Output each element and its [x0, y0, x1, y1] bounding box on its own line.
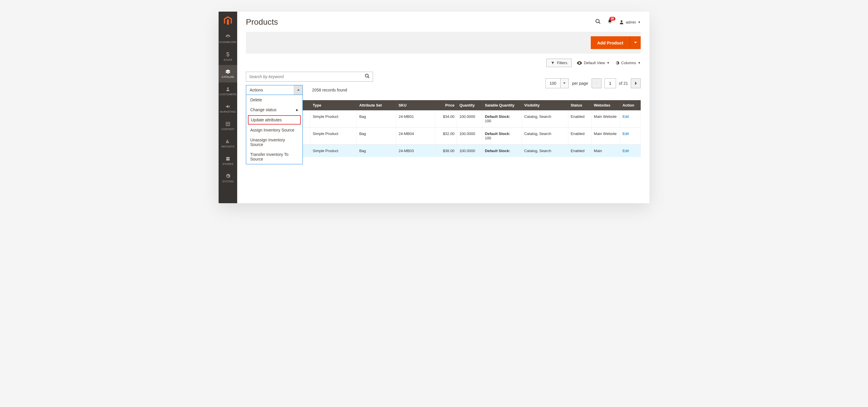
chevron-down-icon	[634, 41, 637, 44]
eye-icon	[577, 61, 582, 65]
page-input[interactable]	[604, 79, 616, 88]
magento-logo[interactable]	[219, 11, 237, 30]
action-change-status[interactable]: Change status ▶	[246, 105, 303, 115]
col-quantity[interactable]: Quantity	[457, 100, 483, 110]
col-status[interactable]: Status	[568, 100, 591, 110]
cell-price: $32.00	[435, 127, 457, 145]
sidebar-label: DASHBOARD	[219, 41, 237, 43]
svg-point-4	[365, 74, 368, 77]
table-row[interactable]: Strive Shoulder PackSimple ProductBag24-…	[246, 127, 641, 145]
default-view-button[interactable]: Default View ▼	[577, 61, 610, 65]
cell-salable-quantity: Default Stock:100	[483, 110, 522, 127]
sidebar-item-dashboard[interactable]: DASHBOARD	[219, 30, 237, 48]
admin-username: admin	[626, 20, 636, 24]
app-frame: DASHBOARD $ SALES CATALOG CUSTOMERS MARK…	[219, 11, 649, 203]
svg-line-2	[598, 22, 600, 24]
actions-dropdown-toggle[interactable]	[294, 85, 303, 95]
search-box	[246, 72, 373, 82]
col-attribute-set[interactable]: Attribute Set	[357, 100, 396, 110]
sidebar-item-stores[interactable]: STORES	[219, 152, 237, 169]
sidebar-item-customers[interactable]: CUSTOMERS	[219, 83, 237, 100]
action-unassign-inventory-source[interactable]: Unassign Inventory Source	[246, 135, 303, 150]
add-product-dropdown[interactable]	[630, 36, 641, 49]
add-product-button[interactable]: Add Product	[591, 36, 630, 49]
col-websites[interactable]: Websites	[591, 100, 620, 110]
edit-link[interactable]: Edit	[622, 149, 629, 153]
cell-action: Edit	[620, 110, 641, 127]
per-page-value: 100	[546, 79, 561, 88]
notification-badge: 39	[609, 17, 615, 21]
default-view-label: Default View	[584, 61, 605, 65]
cell-status: Enabled	[568, 110, 591, 127]
search-icon	[365, 73, 370, 79]
records-found: 2058 records found	[312, 88, 347, 92]
action-assign-inventory-source[interactable]: Assign Inventory Source	[246, 125, 303, 135]
action-delete[interactable]: Delete	[246, 95, 303, 105]
sidebar-item-system[interactable]: SYSTEM	[219, 169, 237, 187]
sidebar: DASHBOARD $ SALES CATALOG CUSTOMERS MARK…	[219, 11, 237, 203]
search-actions-column: Actions Delete Change status ▶	[246, 72, 373, 95]
edit-link[interactable]: Edit	[622, 114, 629, 119]
edit-link[interactable]: Edit	[622, 131, 629, 136]
chevron-right-icon	[634, 82, 637, 85]
search-submit[interactable]	[365, 73, 370, 80]
cell-salable-quantity: Default Stock:100	[483, 127, 522, 145]
sidebar-label: MARKETING	[220, 110, 236, 113]
action-label: Update attributes	[251, 118, 282, 122]
col-action[interactable]: Action	[620, 100, 641, 110]
chevron-right-icon: ▶	[296, 108, 299, 112]
content-icon	[225, 121, 230, 127]
col-sku[interactable]: SKU	[396, 100, 435, 110]
chevron-down-icon: ▼	[638, 21, 641, 24]
cell-type: Simple Product	[310, 127, 357, 145]
chevron-down-icon	[563, 82, 565, 85]
cell-attribute-set: Bag	[357, 145, 396, 157]
filters-button[interactable]: Filters	[546, 59, 571, 67]
actions-dropdown[interactable]: Actions	[246, 85, 303, 95]
cell-price: $34.00	[435, 110, 457, 127]
cell-action: Edit	[620, 145, 641, 157]
cell-sku: 24-MB03	[396, 145, 435, 157]
cell-attribute-set: Bag	[357, 127, 396, 145]
svg-point-1	[596, 20, 599, 23]
per-page-dropdown[interactable]	[561, 79, 569, 88]
cell-quantity: 100.0000	[457, 145, 483, 157]
col-salable-quantity[interactable]: Salable Quantity	[483, 100, 522, 110]
notifications-button[interactable]: 39	[607, 19, 613, 26]
action-update-attributes[interactable]: Update attributes	[248, 115, 301, 125]
action-transfer-inventory[interactable]: Transfer Inventory To Source	[246, 150, 303, 164]
col-price[interactable]: Price	[435, 100, 457, 110]
page-total-label: of 21	[619, 81, 628, 86]
main-content: Products 39 admin ▼ Add Product	[237, 11, 649, 203]
columns-button[interactable]: Columns ▼	[615, 61, 641, 65]
pager-next[interactable]	[631, 79, 641, 88]
stores-icon	[225, 156, 230, 161]
sidebar-item-marketing[interactable]: MARKETING	[219, 100, 237, 117]
table-row[interactable]: Joust Duffle BagSimple ProductBag24-MB01…	[246, 110, 641, 127]
actions-row: Actions Delete Change status ▶	[246, 85, 373, 95]
cell-quantity: 100.0000	[457, 110, 483, 127]
sidebar-item-sales[interactable]: $ SALES	[219, 48, 237, 65]
chevron-up-icon	[297, 89, 300, 91]
cell-websites: Main Website	[591, 127, 620, 145]
sidebar-label: CUSTOMERS	[219, 93, 236, 96]
sidebar-item-catalog[interactable]: CATALOG	[219, 65, 237, 83]
search-button[interactable]	[595, 19, 601, 26]
svg-point-0	[227, 87, 228, 89]
admin-user-menu[interactable]: admin ▼	[619, 20, 641, 25]
cell-price: $38.00	[435, 145, 457, 157]
col-type[interactable]: Type	[310, 100, 357, 110]
chevron-left-icon	[595, 82, 598, 85]
pager-prev[interactable]	[592, 79, 601, 88]
svg-point-3	[621, 20, 622, 22]
cell-type: Simple Product	[310, 145, 357, 157]
col-visibility[interactable]: Visibility	[522, 100, 568, 110]
dollar-icon: $	[226, 52, 229, 57]
sidebar-item-reports[interactable]: REPORTS	[219, 135, 237, 152]
search-input[interactable]	[249, 74, 365, 79]
gear-icon	[225, 174, 230, 179]
megaphone-icon	[225, 104, 230, 109]
table-row[interactable]: Crown Summit BackpackSimple ProductBag24…	[246, 145, 641, 157]
sidebar-item-content[interactable]: CONTENT	[219, 117, 237, 135]
action-label: Transfer Inventory To Source	[250, 152, 299, 161]
